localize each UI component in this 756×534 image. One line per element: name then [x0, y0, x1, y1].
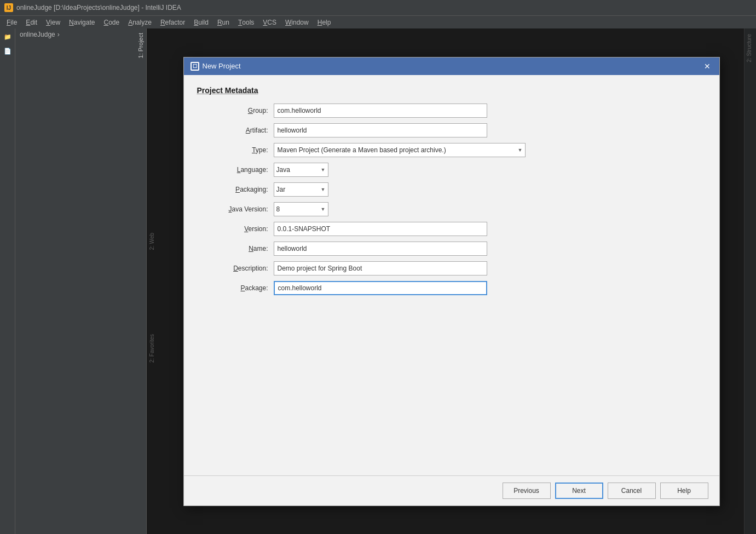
breadcrumb: onlineJudge ›: [15, 28, 146, 41]
menu-window[interactable]: Window: [281, 16, 313, 28]
menu-vcs[interactable]: VCS: [258, 16, 281, 28]
type-label: Type:: [197, 146, 274, 154]
group-row: Group:: [197, 104, 706, 118]
package-row: Package:: [197, 281, 706, 295]
section-title: Project Metadata: [197, 86, 706, 95]
version-input[interactable]: [274, 222, 487, 236]
menu-file[interactable]: File: [2, 16, 21, 28]
menu-view[interactable]: View: [42, 16, 65, 28]
description-row: Description:: [197, 261, 706, 275]
menu-help[interactable]: Help: [313, 16, 336, 28]
dialog-title-bar: ☐ New Project ✕: [184, 58, 719, 75]
menu-run[interactable]: Run: [213, 16, 234, 28]
menu-bar: File Edit View Navigate Code Analyze Ref…: [0, 15, 756, 28]
sidebar-file-icon[interactable]: 📄: [2, 45, 14, 57]
menu-tools[interactable]: Tools: [234, 16, 258, 28]
type-select[interactable]: Maven Project (Generate a Maven based pr…: [274, 143, 526, 157]
language-select[interactable]: Java Kotlin Groovy: [274, 163, 328, 177]
packaging-label: Packaging:: [197, 186, 274, 193]
packaging-row: Packaging: Jar War: [197, 182, 706, 197]
artifact-input[interactable]: [274, 123, 487, 137]
menu-edit[interactable]: Edit: [21, 16, 42, 28]
project-panel: 1: Project onlineJudge ›: [15, 28, 147, 534]
package-label: Package:: [197, 284, 274, 292]
help-button[interactable]: Help: [660, 483, 708, 499]
dialog-footer: Previous Next Cancel Help: [184, 475, 719, 506]
description-label: Description:: [197, 265, 274, 272]
menu-navigate[interactable]: Navigate: [65, 16, 99, 28]
cancel-button[interactable]: Cancel: [608, 483, 656, 499]
menu-refactor[interactable]: Refactor: [156, 16, 189, 28]
language-label: Language:: [197, 166, 274, 174]
group-input[interactable]: [274, 104, 487, 118]
type-row: Type: Maven Project (Generate a Maven ba…: [197, 143, 706, 157]
previous-button[interactable]: Previous: [503, 483, 551, 499]
menu-analyze[interactable]: Analyze: [124, 16, 156, 28]
version-row: Version:: [197, 222, 706, 236]
name-row: Name:: [197, 242, 706, 256]
menu-code[interactable]: Code: [99, 16, 124, 28]
package-input[interactable]: [274, 281, 487, 295]
title-bar: IJ onlineJudge [D:\IdeaProjects\onlineJu…: [0, 0, 756, 15]
packaging-select[interactable]: Jar War: [274, 182, 328, 197]
ide-body: 📁 📄 1: Project onlineJudge › 2: Structur…: [0, 28, 756, 534]
next-button[interactable]: Next: [555, 483, 603, 499]
sidebar-folder-icon[interactable]: 📁: [2, 31, 14, 43]
type-select-wrapper: Maven Project (Generate a Maven based pr…: [274, 143, 526, 157]
java-version-select-wrapper: 8 11 17: [274, 202, 328, 216]
new-project-dialog: ☐ New Project ✕ Project Metadata Group:: [183, 57, 720, 506]
java-version-label: Java Version:: [197, 205, 274, 213]
dialog-app-icon: ☐: [191, 62, 199, 71]
name-input[interactable]: [274, 242, 487, 256]
java-version-select[interactable]: 8 11 17: [274, 202, 328, 216]
name-label: Name:: [197, 245, 274, 252]
group-label: Group:: [197, 107, 274, 114]
window-title: onlineJudge [D:\IdeaProjects\onlineJudge…: [16, 4, 181, 12]
app-icon: IJ: [4, 3, 13, 12]
version-label: Version:: [197, 225, 274, 233]
menu-build[interactable]: Build: [189, 16, 213, 28]
project-tab-label[interactable]: 1: Project: [135, 28, 146, 62]
language-select-wrapper: Java Kotlin Groovy: [274, 163, 328, 177]
java-version-row: Java Version: 8 11 17: [197, 202, 706, 216]
language-row: Language: Java Kotlin Groovy: [197, 163, 706, 177]
main-area: 2: Structure 2: Web 2: Favorites ☐ New P…: [147, 28, 756, 534]
artifact-row: Artifact:: [197, 123, 706, 137]
close-button[interactable]: ✕: [702, 61, 713, 72]
dialog-body: Project Metadata Group: Artifact:: [184, 75, 719, 475]
packaging-select-wrapper: Jar War: [274, 182, 328, 197]
dialog-title-left: ☐ New Project: [191, 62, 241, 71]
left-sidebar: 📁 📄: [0, 28, 15, 534]
breadcrumb-chevron: ›: [57, 31, 60, 38]
artifact-label: Artifact:: [197, 127, 274, 134]
modal-backdrop: ☐ New Project ✕ Project Metadata Group:: [147, 28, 756, 534]
dialog-title: New Project: [203, 62, 241, 70]
description-input[interactable]: [274, 261, 487, 275]
breadcrumb-project[interactable]: onlineJudge: [20, 31, 55, 38]
